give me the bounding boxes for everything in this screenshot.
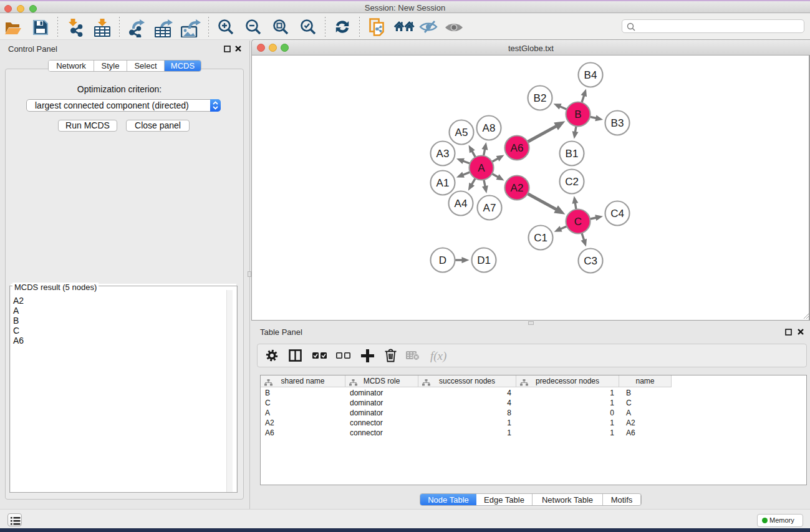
svg-text:C: C: [574, 216, 582, 228]
svg-text:B: B: [574, 109, 581, 120]
svg-text:D: D: [439, 254, 446, 266]
svg-text:C1: C1: [534, 232, 547, 244]
svg-text:C4: C4: [610, 208, 624, 220]
svg-text:A8: A8: [483, 122, 496, 134]
svg-text:A7: A7: [483, 202, 496, 214]
svg-text:A5: A5: [455, 127, 468, 138]
svg-text:A2: A2: [511, 182, 524, 194]
svg-text:A4: A4: [455, 198, 468, 210]
svg-text:A: A: [478, 162, 485, 174]
svg-text:B1: B1: [566, 148, 579, 160]
svg-text:D1: D1: [477, 254, 491, 266]
svg-text:A1: A1: [436, 177, 450, 189]
svg-text:C2: C2: [565, 176, 579, 188]
svg-text:C3: C3: [584, 255, 597, 267]
svg-text:A3: A3: [436, 148, 450, 160]
svg-text:B4: B4: [584, 69, 597, 81]
svg-text:A6: A6: [511, 142, 524, 154]
svg-text:B2: B2: [534, 92, 547, 104]
svg-text:B3: B3: [611, 117, 624, 129]
